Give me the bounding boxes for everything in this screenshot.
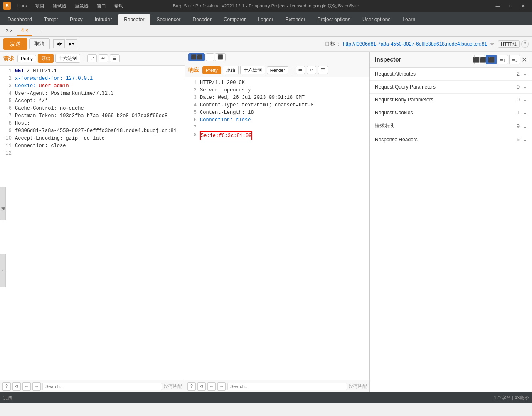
request-help-btn[interactable]: ? [2,382,11,391]
tab-user-options[interactable]: User options [357,14,396,25]
inspector-request-query-params[interactable]: Request Query Parameters 0 ⌄ [370,81,532,94]
menu-icon[interactable]: ☰ [110,54,120,62]
response-full-view-btn[interactable]: ═ [206,53,214,61]
inspector-request-headers[interactable]: 请求标头 9 ⌄ [370,119,532,133]
target-url[interactable]: http://f0306d81-7a8a-4550-8027-6efffc3ba… [343,41,487,47]
request-panel: 请求 Pretty 原始 十六进制 ⇌ ↵ ☰ 1 GET / HTTP/1.1… [0,52,185,392]
response-format-pretty[interactable]: Pretty [202,66,221,74]
response-menu-icon[interactable]: ☰ [318,66,328,74]
inspector-request-cookies[interactable]: Request Cookies 1 ⌄ [370,106,532,119]
tab-extender[interactable]: Extender [280,14,311,25]
repeater-tab-new[interactable]: ... [32,26,45,35]
section-name: Request Query Parameters [375,84,517,90]
tab-logger[interactable]: Logger [252,14,279,25]
response-view-toggles: ⬛⬛ ═ ⬛ [188,53,226,61]
code-line: 9 f0306d81-7a8a-4550-8027-6efffc3ba618.n… [0,127,185,135]
request-settings-btn[interactable]: ⚙ [12,382,21,391]
response-newline-icon[interactable]: ↵ [307,66,316,74]
request-fwd-btn[interactable]: → [32,382,41,391]
menu-project[interactable]: 项目 [32,2,48,10]
request-code-area[interactable]: 1 GET / HTTP/1.1 2 x-forwarded-for: 127.… [0,66,185,380]
code-line: 2 x-forwarded-for: 127.0.0.1 [0,75,185,82]
response-fwd-btn[interactable]: → [217,382,226,391]
response-code-area[interactable]: 1 HTTP/1.1 200 OK 2 Server: openresty 3 … [185,77,369,380]
response-min-view-btn[interactable]: ⬛ [215,53,226,61]
inspector-grid-view-btn[interactable]: ⬛⬛ [474,55,485,64]
menu-window[interactable]: 窗口 [94,2,109,10]
window-title: Burp Suite Professional v2021.12.1 - Tem… [173,3,360,9]
maximize-button[interactable]: □ [505,2,516,10]
menu-test[interactable]: 测试器 [49,2,70,10]
section-name: Request Body Parameters [375,97,517,103]
next-button[interactable]: ▶▾ [66,39,77,48]
left-edge-search-tab[interactable]: 搜索 [0,187,6,220]
cancel-button[interactable]: 取消 [29,38,50,49]
inspector-close-btn[interactable]: ✕ [522,56,527,64]
code-line: 1 HTTP/1.1 200 OK [185,79,369,86]
repeater-tab-4[interactable]: 4 × [17,26,32,36]
edit-target-icon[interactable]: ✏ [490,41,495,47]
response-format-hex[interactable]: 十六进制 [240,66,265,74]
tab-intruder[interactable]: Intruder [89,14,118,25]
code-line: 11 Connection: close [0,142,185,150]
repeater-tab-3[interactable]: 3 × [2,26,17,35]
tab-target[interactable]: Target [38,14,64,25]
response-wrap-icon[interactable]: ⇌ [296,66,305,74]
inspector-header: Inspector ⬛⬛ ⬛ ≡↑ ≡↓ ✕ [370,52,532,68]
inspector-request-attributes[interactable]: Request Attributes 2 ⌄ [370,68,532,81]
inspector-view-buttons: ⬛⬛ ⬛ ≡↑ ≡↓ [474,55,520,64]
left-edge-tabs: 搜索 / [0,187,6,287]
inspector-request-body-params[interactable]: Request Body Parameters 0 ⌄ [370,94,532,106]
response-split-view-btn[interactable]: ⬛⬛ [188,53,205,61]
menu-help[interactable]: 帮助 [111,2,127,10]
menu-burp[interactable]: Burp [14,2,30,10]
tab-sequencer[interactable]: Sequencer [151,14,187,25]
repeater-tabs: 3 × 4 × ... [0,25,532,37]
code-line: 4 Content-Type: text/html; charset=utf-8 [185,101,369,109]
response-format-render[interactable]: Render [267,66,288,74]
request-format-raw[interactable]: 原始 [38,54,54,63]
newline-icon[interactable]: ↵ [99,54,108,62]
section-count: 0 [517,97,520,103]
request-no-match: 没有匹配 [164,383,182,389]
inspector-response-headers[interactable]: Response Headers 5 ⌄ [370,133,532,146]
request-bottom-toolbar: ? ⚙ ← → 没有匹配 [0,380,185,392]
tab-proxy[interactable]: Proxy [64,14,89,25]
tab-comparer[interactable]: Comparer [218,14,251,25]
inspector-panel: Inspector ⬛⬛ ⬛ ≡↑ ≡↓ ✕ Request Attribute… [370,52,532,392]
response-format-raw[interactable]: 原始 [223,66,239,74]
chevron-down-icon: ⌄ [523,84,527,90]
left-edge-nav-tab[interactable]: / [0,254,6,287]
tab-learn[interactable]: Learn [397,14,421,25]
send-button[interactable]: 发送 [3,38,27,50]
minimize-button[interactable]: — [492,2,504,10]
inspector-list-view-btn[interactable]: ⬛ [486,55,497,64]
inspector-sort-asc-btn[interactable]: ≡↑ [498,55,508,64]
menu-resend[interactable]: 重发器 [71,2,92,10]
code-line: 2 Server: openresty [185,86,369,94]
inspector-sort-desc-btn[interactable]: ≡↓ [509,55,520,64]
chevron-down-icon: ⌄ [523,123,527,129]
code-line: 5 Accept: */* [0,97,185,105]
response-settings-btn[interactable]: ⚙ [197,382,206,391]
request-format-pretty[interactable]: Pretty [17,55,36,62]
tab-repeater[interactable]: Repeater [118,14,150,25]
close-button[interactable]: ✕ [517,2,529,10]
response-search-input[interactable] [227,383,347,390]
tab-dashboard[interactable]: Dashboard [2,14,38,25]
response-panel-header: ⬛⬛ ═ ⬛ [185,52,369,63]
request-search-input[interactable] [42,383,162,390]
response-help-btn[interactable]: ? [187,382,196,391]
request-back-btn[interactable]: ← [22,382,31,391]
help-icon[interactable]: ? [521,40,529,48]
status-text: 完成 [3,395,494,401]
app-icon: B [3,2,11,10]
request-format-hex[interactable]: 十六进制 [55,54,80,63]
tab-decoder[interactable]: Decoder [187,14,217,25]
http-version-badge[interactable]: HTTP/1 [498,40,520,48]
tab-project-options[interactable]: Project options [312,14,356,25]
stats-text: 172字节 | 43毫秒 [494,395,529,401]
response-back-btn[interactable]: ← [207,382,216,391]
prev-button[interactable]: ◀▾ [53,39,65,48]
wrap-icon[interactable]: ⇌ [87,54,97,62]
